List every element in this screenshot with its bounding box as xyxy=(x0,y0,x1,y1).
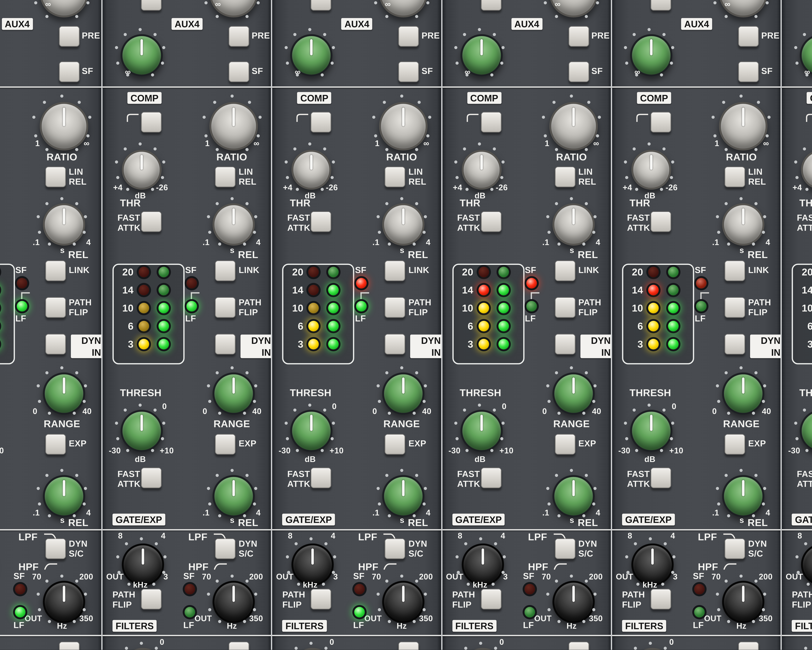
comp-knee-button[interactable] xyxy=(650,112,671,132)
gate-fast-attack-button[interactable] xyxy=(481,468,501,488)
comp-path-flip-button[interactable] xyxy=(555,297,575,318)
gate-threshold-knob[interactable] xyxy=(800,410,812,452)
comp-release-knob[interactable] xyxy=(552,203,594,246)
filters-path-flip-button[interactable] xyxy=(650,589,671,609)
prev-aux-button-partial[interactable] xyxy=(650,0,671,11)
dyn-in-button[interactable] xyxy=(385,334,405,355)
hpf-frequency-knob[interactable] xyxy=(382,581,425,623)
aux4-sf-button[interactable] xyxy=(738,61,759,82)
comp-release-knob[interactable] xyxy=(212,203,255,246)
gate-threshold-knob[interactable] xyxy=(630,410,672,452)
comp-path-flip-button[interactable] xyxy=(385,297,405,318)
comp-ratio-knob[interactable] xyxy=(209,102,258,150)
comp-threshold-knob[interactable] xyxy=(632,150,671,190)
comp-ratio-knob[interactable] xyxy=(379,102,427,150)
next-section-knob-partial[interactable] xyxy=(292,648,334,650)
dyn-in-button[interactable] xyxy=(215,334,235,355)
gate-threshold-knob[interactable] xyxy=(121,410,163,452)
next-section-button-partial[interactable] xyxy=(568,642,589,650)
filters-path-flip-button[interactable] xyxy=(141,589,162,609)
prev-aux-button-partial[interactable] xyxy=(311,0,331,11)
gate-release-knob[interactable] xyxy=(212,475,255,517)
comp-knee-button[interactable] xyxy=(481,112,501,132)
exp-button[interactable] xyxy=(45,434,66,454)
next-section-button-partial[interactable] xyxy=(229,642,249,650)
aux4-pre-button[interactable] xyxy=(229,26,249,47)
gate-release-knob[interactable] xyxy=(552,475,594,517)
next-section-knob-partial[interactable] xyxy=(801,648,812,650)
link-button[interactable] xyxy=(215,260,235,281)
aux4-sf-button[interactable] xyxy=(229,61,249,82)
link-button[interactable] xyxy=(385,260,405,281)
exp-button[interactable] xyxy=(555,434,575,454)
gate-fast-attack-button[interactable] xyxy=(311,468,331,488)
filters-path-flip-button[interactable] xyxy=(311,589,331,609)
gate-range-knob[interactable] xyxy=(382,372,425,415)
prev-aux-button-partial[interactable] xyxy=(481,0,501,11)
comp-path-flip-button[interactable] xyxy=(215,297,235,318)
comp-ratio-knob[interactable] xyxy=(40,102,88,150)
comp-lin-rel-button[interactable] xyxy=(215,167,235,187)
lpf-frequency-knob[interactable] xyxy=(122,543,164,586)
lpf-frequency-knob[interactable] xyxy=(461,543,504,586)
dyn-sc-button[interactable] xyxy=(555,538,575,559)
next-section-knob-partial[interactable] xyxy=(122,648,164,650)
aux4-pre-button[interactable] xyxy=(59,26,79,47)
gate-release-knob[interactable] xyxy=(722,475,764,517)
link-button[interactable] xyxy=(725,260,745,281)
gate-release-knob[interactable] xyxy=(382,475,425,517)
comp-lin-rel-button[interactable] xyxy=(45,167,66,187)
next-section-knob-partial[interactable] xyxy=(632,648,674,650)
gate-range-knob[interactable] xyxy=(43,372,85,415)
exp-button[interactable] xyxy=(725,434,745,454)
filters-path-flip-button[interactable] xyxy=(481,589,501,609)
comp-threshold-knob[interactable] xyxy=(461,150,501,190)
link-button[interactable] xyxy=(45,260,66,281)
hpf-frequency-knob[interactable] xyxy=(212,581,255,623)
lpf-frequency-knob[interactable] xyxy=(292,543,334,586)
dyn-in-button[interactable] xyxy=(555,334,575,355)
comp-release-knob[interactable] xyxy=(382,203,425,246)
hpf-frequency-knob[interactable] xyxy=(552,581,594,623)
gate-fast-attack-button[interactable] xyxy=(650,468,671,488)
lpf-frequency-knob[interactable] xyxy=(632,543,674,586)
comp-fast-attack-button[interactable] xyxy=(481,211,501,232)
comp-lin-rel-button[interactable] xyxy=(555,167,575,187)
comp-knee-button[interactable] xyxy=(141,112,162,132)
aux4-sf-button[interactable] xyxy=(568,61,589,82)
gate-release-knob[interactable] xyxy=(43,475,85,517)
comp-fast-attack-button[interactable] xyxy=(311,211,331,232)
dyn-sc-button[interactable] xyxy=(45,538,66,559)
comp-threshold-knob[interactable] xyxy=(122,150,162,190)
comp-path-flip-button[interactable] xyxy=(725,297,745,318)
comp-lin-rel-button[interactable] xyxy=(385,167,405,187)
gate-range-knob[interactable] xyxy=(212,372,255,415)
gate-fast-attack-button[interactable] xyxy=(141,468,162,488)
exp-button[interactable] xyxy=(385,434,405,454)
dyn-in-button[interactable] xyxy=(725,334,745,355)
hpf-frequency-knob[interactable] xyxy=(43,581,85,623)
next-section-button-partial[interactable] xyxy=(59,642,79,650)
comp-threshold-knob[interactable] xyxy=(292,150,331,190)
dyn-in-button[interactable] xyxy=(45,334,66,355)
comp-fast-attack-button[interactable] xyxy=(141,211,162,232)
comp-path-flip-button[interactable] xyxy=(45,297,66,318)
dyn-sc-button[interactable] xyxy=(215,538,235,559)
comp-fast-attack-button[interactable] xyxy=(650,211,671,232)
gate-threshold-knob[interactable] xyxy=(290,410,333,452)
gate-range-knob[interactable] xyxy=(722,372,764,415)
next-section-button-partial[interactable] xyxy=(398,642,419,650)
aux4-sf-button[interactable] xyxy=(59,61,79,82)
comp-release-knob[interactable] xyxy=(43,203,85,246)
aux4-pre-button[interactable] xyxy=(568,26,589,47)
gate-threshold-knob[interactable] xyxy=(460,410,502,452)
exp-button[interactable] xyxy=(215,434,235,454)
hpf-frequency-knob[interactable] xyxy=(722,581,764,623)
comp-release-knob[interactable] xyxy=(722,203,764,246)
comp-knee-button[interactable] xyxy=(311,112,331,132)
dyn-sc-button[interactable] xyxy=(385,538,405,559)
next-section-button-partial[interactable] xyxy=(738,642,759,650)
comp-threshold-knob[interactable] xyxy=(801,150,812,190)
aux4-sf-button[interactable] xyxy=(398,61,419,82)
aux4-pre-button[interactable] xyxy=(738,26,759,47)
